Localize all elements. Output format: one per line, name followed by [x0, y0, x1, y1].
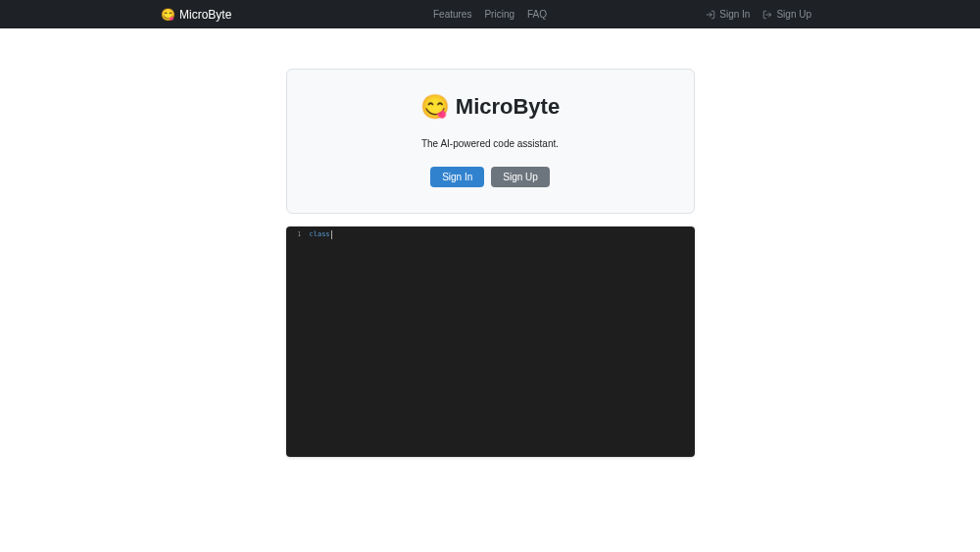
hero-title-text: MicroByte [456, 94, 560, 120]
signup-icon [762, 10, 772, 20]
line-number: 1 [292, 230, 302, 238]
hero-buttons: Sign In Sign Up [311, 167, 670, 187]
brand-name: MicroByte [179, 8, 231, 22]
nav-signup[interactable]: Sign Up [762, 9, 811, 20]
editor-cursor [331, 230, 332, 239]
nav-faq[interactable]: FAQ [527, 9, 547, 20]
nav-right: Sign In Sign Up [706, 9, 811, 20]
nav-features[interactable]: Features [433, 9, 471, 20]
signin-button[interactable]: Sign In [430, 167, 484, 187]
code-editor[interactable]: 1 class [286, 226, 695, 457]
hero-title: 😋 MicroByte [311, 93, 670, 121]
code-keyword: class [310, 230, 330, 238]
nav-signin-label: Sign In [719, 9, 750, 20]
signin-icon [706, 10, 715, 20]
code-line: 1 class [292, 230, 332, 453]
nav-center: Features Pricing FAQ [433, 9, 547, 20]
hero-emoji: 😋 [420, 93, 450, 121]
hero-card: 😋 MicroByte The AI-powered code assistan… [286, 69, 695, 214]
brand-emoji: 😋 [161, 8, 175, 22]
nav-signin[interactable]: Sign In [706, 9, 750, 20]
nav-pricing[interactable]: Pricing [484, 9, 514, 20]
navbar: 😋 MicroByte Features Pricing FAQ Sign In… [0, 0, 980, 28]
signup-button[interactable]: Sign Up [491, 167, 550, 187]
main-container: 😋 MicroByte The AI-powered code assistan… [286, 69, 695, 457]
nav-signup-label: Sign Up [776, 9, 811, 20]
hero-subtitle: The AI-powered code assistant. [311, 138, 670, 149]
brand-link[interactable]: 😋 MicroByte [161, 8, 231, 22]
